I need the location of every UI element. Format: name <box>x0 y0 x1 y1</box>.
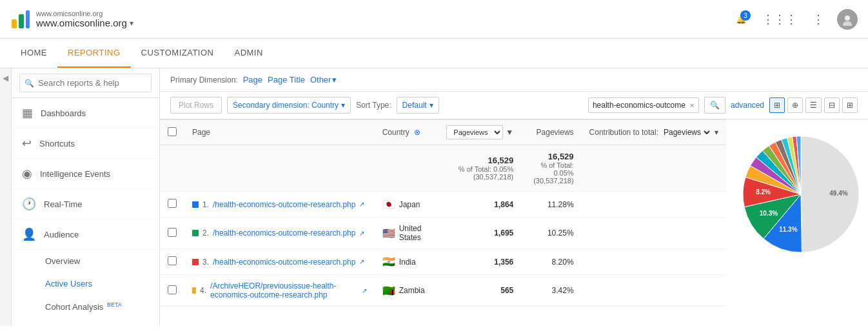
pie-chart-area: 49.4%11.3%10.3%8.2% <box>726 119 868 307</box>
row-pageviews-sort: 565 <box>439 275 521 307</box>
main-layout: ◀ 🔍 ▦ Dashboards ↩ Shortcuts ◉ Intellige… <box>0 68 868 326</box>
sidebar-sub-item-cohort[interactable]: Cohort Analysis BETA <box>12 295 159 318</box>
notification-badge: 3 <box>740 10 751 21</box>
sidebar-item-intelligence[interactable]: ◉ Intelligence Events <box>12 159 159 189</box>
ga-logo <box>10 9 31 30</box>
filter-search-button[interactable]: 🔍 <box>704 97 725 114</box>
sidebar-item-label: Dashboards <box>41 108 86 118</box>
table-row: 1. /health-economics-outcome-research.ph… <box>160 192 726 218</box>
row-color-indicator <box>192 259 199 265</box>
sidebar-item-shortcuts[interactable]: ↩ Shortcuts <box>12 128 159 159</box>
site-url-large: www.omicsonline.org ▾ <box>36 17 133 28</box>
dim-other-link[interactable]: Other ▾ <box>310 75 337 85</box>
logo-area: www.omicsonline.org www.omicsonline.org … <box>10 9 733 30</box>
sidebar-collapse-strip[interactable]: ◀ <box>0 68 12 326</box>
sort-down-icon: ▼ <box>506 128 513 137</box>
page-link[interactable]: /health-economics-outcome-research.php <box>213 200 355 209</box>
row-page: 1. /health-economics-outcome-research.ph… <box>184 192 375 218</box>
site-dropdown-arrow[interactable]: ▾ <box>130 19 133 28</box>
table-pie-layout: Page Country ⊗ Pageviews ▼ <box>160 119 868 307</box>
sidebar-item-label: Real-Time <box>44 199 82 209</box>
summary-pageviews-sort: 16,529 % of Total: 0.05% (30,537,218) <box>439 145 521 192</box>
select-all-checkbox[interactable] <box>168 127 177 136</box>
view-pivot-button[interactable]: ⊞ <box>842 97 858 113</box>
row-pageviews-sort: 1,695 <box>439 218 521 249</box>
pageviews-sort-select[interactable]: Pageviews <box>446 125 503 139</box>
svg-text:8.2%: 8.2% <box>756 188 771 196</box>
tab-home[interactable]: HOME <box>10 39 57 68</box>
filter-close-icon[interactable]: ✕ <box>689 102 695 109</box>
row-pageviews-sort: 1,356 <box>439 249 521 275</box>
search-box: 🔍 <box>12 68 159 98</box>
page-link[interactable]: /health-economics-outcome-research.php <box>213 228 355 238</box>
site-info: www.omicsonline.org www.omicsonline.org … <box>36 10 133 28</box>
row-pageviews: 8.20% <box>521 249 581 275</box>
row-checkbox[interactable] <box>168 228 177 237</box>
site-url-small: www.omicsonline.org <box>36 10 133 17</box>
sort-type-label: Sort Type: <box>356 101 391 110</box>
more-options-button[interactable]: ⋮ <box>810 10 827 29</box>
dim-page-link[interactable]: Page <box>243 75 262 85</box>
col-header-pageviews-sort: Pageviews ▼ <box>439 120 521 145</box>
tab-admin[interactable]: ADMIN <box>224 39 273 68</box>
country-flag: 🇮🇳 <box>382 256 395 268</box>
row-pageviews: 3.42% <box>521 275 581 307</box>
notification-button[interactable]: 🔔 3 <box>733 12 749 26</box>
row-country: 🇿🇲 Zambia <box>375 275 439 307</box>
filter-value: health-economics-outcome <box>593 101 686 110</box>
secondary-dimension-select[interactable]: Secondary dimension: Country ▾ <box>227 97 351 114</box>
view-compare-button[interactable]: ⊕ <box>787 97 803 113</box>
row-contribution <box>582 275 726 307</box>
pie-chart: 49.4%11.3%10.3%8.2% <box>736 130 865 259</box>
sidebar-sub-item-active-users[interactable]: Active Users <box>12 272 159 295</box>
content-area: Primary Dimension: Page Page Title Other… <box>160 68 868 326</box>
primary-dimension-bar: Primary Dimension: Page Page Title Other… <box>160 68 868 92</box>
sidebar-item-audience[interactable]: 👤 Audience <box>12 219 159 250</box>
avatar[interactable] <box>837 9 858 30</box>
other-dropdown-icon: ▾ <box>332 75 337 85</box>
sidebar-sub-item-overview[interactable]: Overview <box>12 250 159 272</box>
row-page: 3. /health-economics-outcome-research.ph… <box>184 249 375 275</box>
sort-type-arrow: ▾ <box>429 101 433 110</box>
filter-wrapper: health-economics-outcome ✕ <box>588 97 699 113</box>
row-color-indicator <box>192 230 199 236</box>
svg-rect-1 <box>19 14 24 28</box>
link-icon: ↗ <box>359 258 364 265</box>
row-checkbox[interactable] <box>168 199 177 208</box>
page-link[interactable]: /health-economics-outcome-research.php <box>213 258 355 267</box>
toolbar: Plot Rows Secondary dimension: Country ▾… <box>160 92 868 119</box>
advanced-link[interactable]: advanced <box>731 101 764 110</box>
shortcuts-icon: ↩ <box>22 136 32 150</box>
sort-type-select[interactable]: Default ▾ <box>397 97 439 114</box>
row-contribution <box>582 192 726 218</box>
view-table-button[interactable]: ⊞ <box>769 97 785 113</box>
country-filter-icon[interactable]: ⊗ <box>414 128 420 137</box>
search-input[interactable] <box>19 74 152 92</box>
svg-rect-2 <box>26 10 30 28</box>
row-color-indicator <box>192 201 199 208</box>
sidebar-item-realtime[interactable]: 🕐 Real-Time <box>12 189 159 219</box>
view-flat-button[interactable]: ☰ <box>805 97 822 113</box>
row-country: 🇺🇸 United States <box>375 218 439 249</box>
country-flag: 🇿🇲 <box>382 285 395 297</box>
row-checkbox[interactable] <box>168 285 177 294</box>
country-flag: 🇺🇸 <box>382 227 395 239</box>
row-checkbox[interactable] <box>168 256 177 265</box>
svg-text:49.4%: 49.4% <box>829 190 847 197</box>
dim-page-title-link[interactable]: Page Title <box>268 75 305 85</box>
col-header-country: Country ⊗ <box>375 120 439 145</box>
page-link[interactable]: /ArchiveHEOR/previousissue-health-econom… <box>210 281 358 299</box>
view-percent-button[interactable]: ⊟ <box>824 97 840 113</box>
plot-rows-button[interactable]: Plot Rows <box>170 97 222 114</box>
tab-customization[interactable]: CUSTOMIZATION <box>131 39 224 68</box>
realtime-icon: 🕐 <box>22 197 36 211</box>
data-table: Page Country ⊗ Pageviews ▼ <box>160 119 726 307</box>
apps-button[interactable]: ⋮⋮⋮ <box>760 10 800 29</box>
contribution-metric-select[interactable]: Pageviews <box>661 127 712 137</box>
header-icons: 🔔 3 ⋮⋮⋮ ⋮ <box>733 9 858 30</box>
tab-reporting[interactable]: REPORTING <box>57 39 131 68</box>
collapse-icon: ◀ <box>3 74 8 83</box>
sidebar-item-dashboards[interactable]: ▦ Dashboards <box>12 98 159 128</box>
audience-icon: 👤 <box>22 227 36 241</box>
avatar-icon <box>841 13 854 26</box>
